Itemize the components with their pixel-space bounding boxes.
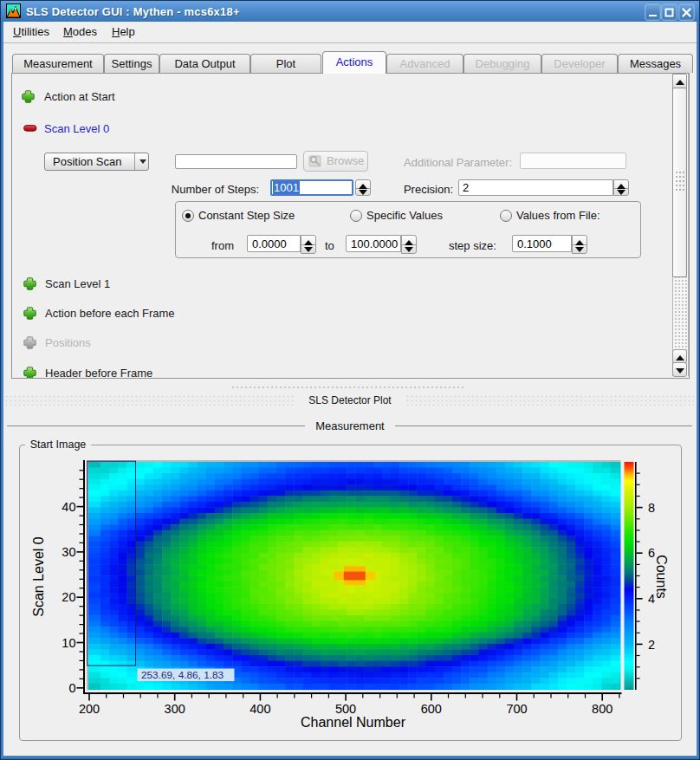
svg-text:800: 800 <box>592 702 612 716</box>
svg-text:30: 30 <box>62 545 75 559</box>
svg-text:Channel Number: Channel Number <box>301 715 406 730</box>
svg-text:400: 400 <box>250 702 270 716</box>
svg-text:Scan Level 0: Scan Level 0 <box>31 536 46 617</box>
svg-text:600: 600 <box>421 702 442 716</box>
svg-text:10: 10 <box>62 636 75 650</box>
svg-text:40: 40 <box>62 500 75 514</box>
svg-text:700: 700 <box>506 702 527 716</box>
svg-text:0: 0 <box>68 681 75 695</box>
svg-text:253.69, 4.86, 1.83: 253.69, 4.86, 1.83 <box>141 669 224 681</box>
svg-text:2: 2 <box>648 638 655 652</box>
svg-text:Counts: Counts <box>654 555 669 599</box>
svg-text:300: 300 <box>165 702 185 716</box>
svg-text:20: 20 <box>62 590 75 604</box>
svg-text:8: 8 <box>648 501 655 515</box>
svg-text:200: 200 <box>79 702 100 716</box>
svg-text:6: 6 <box>648 546 655 560</box>
svg-text:4: 4 <box>648 592 655 606</box>
